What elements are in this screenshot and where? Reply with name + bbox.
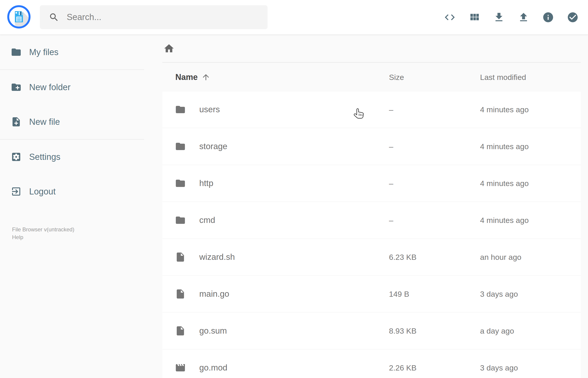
row-size: 6.23 KB [389, 253, 416, 262]
table-row[interactable]: http – 4 minutes ago [162, 165, 581, 201]
search-icon [49, 12, 59, 23]
folder-icon [175, 141, 186, 152]
sidebar-item-label: Settings [29, 152, 60, 162]
row-modified: 4 minutes ago [480, 142, 529, 151]
sidebar-item-my-files[interactable]: My files [0, 35, 144, 69]
row-name: go.sum [199, 326, 227, 336]
check-circle-icon [567, 11, 579, 23]
row-name: http [199, 178, 214, 188]
row-name: main.go [199, 289, 229, 299]
info-icon [542, 11, 554, 23]
floppy-disk-logo-icon [7, 5, 31, 29]
row-modified: a day ago [480, 326, 514, 336]
download-button[interactable] [493, 11, 505, 23]
row-name: wizard.sh [199, 252, 235, 262]
file-plus-icon [11, 116, 22, 127]
sidebar-item-label: Logout [29, 187, 55, 197]
sidebar-item-new-file[interactable]: New file [0, 105, 144, 139]
row-modified: 3 days ago [480, 364, 518, 372]
listing-column-headers: Name Size Last modified [162, 63, 581, 92]
row-modified: an hour ago [480, 253, 521, 262]
table-row[interactable]: storage – 4 minutes ago [162, 128, 581, 164]
table-row[interactable]: cmd – 4 minutes ago [162, 202, 581, 238]
movie-icon [175, 362, 186, 373]
home-icon [163, 43, 175, 54]
row-modified: 3 days ago [480, 290, 518, 298]
logout-exit-icon [11, 186, 22, 197]
file-listing: Name Size Last modified users – 4 minute… [162, 35, 581, 378]
sort-arrow-up-icon [201, 73, 210, 82]
sidebar-item-new-folder[interactable]: New folder [0, 70, 144, 105]
filebrowser-app: { "header": { "search_placeholder": "Sea… [0, 0, 588, 378]
table-row[interactable]: users – 4 minutes ago [162, 92, 581, 128]
folder-plus-icon [11, 82, 22, 93]
file-rows: users – 4 minutes ago storage – 4 minute… [162, 92, 581, 378]
version-text: File Browser v(untracked) [12, 226, 144, 233]
sidebar-footer: File Browser v(untracked) Help [0, 226, 144, 241]
breadcrumb [162, 35, 581, 62]
raw-view-button[interactable] [444, 11, 456, 23]
column-header-modified[interactable]: Last modified [480, 73, 526, 81]
header-actions [444, 0, 579, 35]
folder-icon [11, 47, 22, 58]
row-size: 149 B [389, 290, 409, 298]
row-size: – [389, 105, 393, 114]
sidebar-item-logout[interactable]: Logout [0, 174, 144, 209]
breadcrumb-home-button[interactable] [163, 43, 175, 54]
grid-view-button[interactable] [468, 11, 480, 23]
download-icon [493, 11, 505, 23]
code-brackets-icon [444, 11, 456, 23]
file-icon [175, 252, 186, 263]
sidebar-item-label: My files [29, 47, 58, 57]
select-multiple-button[interactable] [567, 11, 579, 23]
sidebar: My files New folder New file Settings Lo… [0, 35, 144, 241]
row-size: – [389, 216, 393, 225]
table-row[interactable]: go.mod 2.26 KB 3 days ago [162, 350, 581, 378]
row-size: – [389, 179, 393, 188]
upload-button[interactable] [518, 11, 530, 23]
row-name: cmd [199, 216, 215, 225]
row-name: users [199, 105, 220, 114]
upload-icon [518, 11, 530, 23]
table-row[interactable]: main.go 149 B 3 days ago [162, 276, 581, 312]
app-header [0, 0, 588, 35]
row-modified: 4 minutes ago [480, 179, 529, 188]
sidebar-item-label: New folder [29, 82, 71, 92]
table-row[interactable]: go.sum 8.93 KB a day ago [162, 313, 581, 349]
file-icon [175, 288, 186, 299]
table-row[interactable]: wizard.sh 6.23 KB an hour ago [162, 239, 581, 275]
help-link[interactable]: Help [12, 233, 144, 241]
column-header-size[interactable]: Size [389, 73, 404, 81]
grid-view-icon [468, 11, 480, 23]
row-size: 2.26 KB [389, 364, 416, 372]
row-modified: 4 minutes ago [480, 105, 529, 114]
sidebar-item-settings[interactable]: Settings [0, 140, 144, 174]
file-icon [175, 325, 186, 336]
settings-gear-icon [11, 151, 22, 162]
row-name: storage [199, 142, 227, 151]
row-name: go.mod [199, 363, 227, 373]
row-size: – [389, 142, 393, 151]
search-input[interactable] [67, 12, 254, 22]
folder-icon [175, 104, 186, 115]
search-bar[interactable] [40, 5, 267, 29]
sidebar-item-label: New file [29, 117, 60, 127]
folder-icon [175, 178, 186, 189]
app-logo[interactable] [7, 5, 31, 29]
folder-icon [175, 215, 186, 226]
info-button[interactable] [542, 11, 554, 23]
column-header-name[interactable]: Name [175, 72, 210, 82]
row-modified: 4 minutes ago [480, 216, 529, 225]
row-size: 8.93 KB [389, 326, 416, 336]
